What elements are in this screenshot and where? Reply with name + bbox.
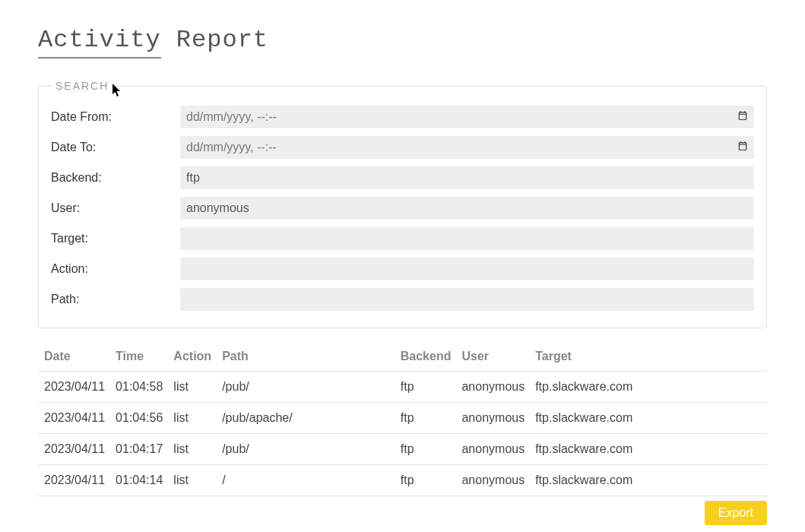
td-user: anonymous	[455, 372, 529, 403]
target-label: Target:	[51, 232, 180, 245]
date-from-label: Date From:	[51, 110, 180, 124]
search-legend: SEARCH	[51, 80, 113, 92]
date-to-input[interactable]	[180, 136, 754, 159]
td-date: 2023/04/11	[38, 434, 109, 465]
td-path: /pub/	[216, 372, 395, 403]
user-label: User:	[51, 201, 180, 215]
export-button[interactable]: Export	[705, 501, 767, 525]
th-time[interactable]: Time	[109, 342, 167, 372]
td-target: ftp.slackware.com	[529, 403, 767, 434]
td-time: 01:04:58	[109, 372, 167, 403]
table-row: 2023/04/1101:04:14list/ftpanonymousftp.s…	[38, 465, 767, 496]
td-time: 01:04:17	[109, 434, 167, 465]
th-backend[interactable]: Backend	[395, 342, 456, 372]
td-user: anonymous	[455, 434, 529, 465]
action-label: Action:	[51, 262, 180, 276]
th-date[interactable]: Date	[38, 342, 109, 372]
th-path[interactable]: Path	[216, 342, 395, 372]
td-time: 01:04:14	[109, 465, 167, 496]
table-row: 2023/04/1101:04:56list/pub/apache/ftpano…	[38, 403, 767, 434]
th-user[interactable]: User	[455, 342, 529, 372]
td-action: list	[167, 403, 216, 434]
results-table: Date Time Action Path Backend User Targe…	[38, 342, 767, 496]
td-date: 2023/04/11	[38, 403, 109, 434]
td-target: ftp.slackware.com	[529, 465, 767, 496]
td-date: 2023/04/11	[38, 465, 109, 496]
td-backend: ftp	[395, 403, 456, 434]
td-target: ftp.slackware.com	[529, 434, 767, 465]
page-title-text-1: Activity	[38, 26, 161, 59]
td-action: list	[167, 372, 216, 403]
td-user: anonymous	[455, 403, 529, 434]
td-backend: ftp	[395, 465, 456, 496]
table-row: 2023/04/1101:04:58list/pub/ftpanonymousf…	[38, 372, 767, 403]
th-action[interactable]: Action	[167, 342, 216, 372]
search-fieldset: SEARCH Date From: Date To: Backend:	[38, 80, 767, 328]
backend-input[interactable]	[180, 166, 754, 189]
td-target: ftp.slackware.com	[529, 372, 767, 403]
path-label: Path:	[51, 293, 180, 306]
page-title-text-2: Report	[161, 26, 268, 54]
td-path: /	[216, 465, 395, 496]
td-action: list	[167, 465, 216, 496]
page-title: Activity Report	[38, 26, 767, 59]
path-input[interactable]	[180, 288, 754, 311]
td-backend: ftp	[395, 372, 456, 403]
td-backend: ftp	[395, 434, 456, 465]
td-path: /pub/	[216, 434, 395, 465]
td-path: /pub/apache/	[216, 403, 395, 434]
td-date: 2023/04/11	[38, 372, 109, 403]
date-from-input[interactable]	[180, 106, 754, 128]
action-input[interactable]	[180, 258, 754, 280]
td-user: anonymous	[455, 465, 529, 496]
td-time: 01:04:56	[109, 403, 167, 434]
date-to-label: Date To:	[51, 141, 180, 154]
backend-label: Backend:	[51, 171, 180, 185]
table-row: 2023/04/1101:04:17list/pub/ftpanonymousf…	[38, 434, 767, 465]
target-input[interactable]	[180, 227, 754, 250]
th-target[interactable]: Target	[529, 342, 767, 372]
td-action: list	[167, 434, 216, 465]
user-input[interactable]	[180, 197, 754, 220]
